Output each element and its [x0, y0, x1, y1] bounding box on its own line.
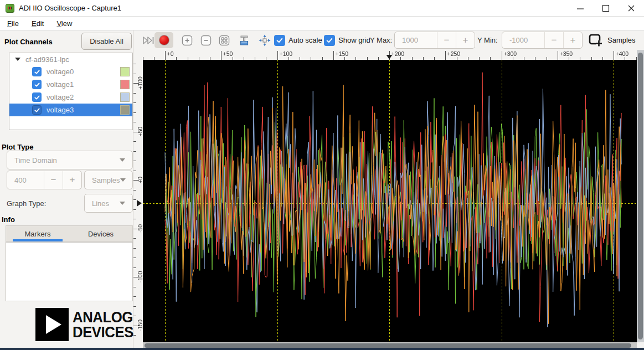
- zoom-out-icon: [200, 34, 212, 47]
- channel-color-swatch[interactable]: [120, 92, 130, 102]
- chevron-down-icon: [120, 178, 126, 182]
- maximize-button[interactable]: [593, 0, 619, 16]
- check-icon: [34, 94, 40, 101]
- plot-toolbar: Auto scale Show grid Y Max: 1000 − + Y M…: [133, 30, 644, 50]
- pan-button[interactable]: [255, 32, 274, 48]
- minimize-button[interactable]: [568, 0, 593, 16]
- channel-label: voltage1: [47, 80, 74, 89]
- channel-label: voltage0: [47, 68, 74, 76]
- sidebar: Plot Channels Disable All cf-ad9361-lpc …: [0, 30, 133, 350]
- y-max-spinner[interactable]: 1000 − +: [394, 32, 475, 49]
- close-icon: [627, 4, 635, 12]
- app-icon: [6, 4, 14, 13]
- menu-file[interactable]: File: [2, 18, 24, 29]
- check-icon: [34, 81, 40, 88]
- y-min-label: Y Min:: [477, 36, 498, 44]
- info-label: Info: [2, 215, 15, 224]
- minimize-icon: [576, 4, 584, 12]
- device-row[interactable]: cf-ad9361-lpc: [9, 53, 132, 65]
- active-tab-underline: [13, 239, 63, 241]
- ruler-corner: [133, 50, 143, 60]
- x-ruler[interactable]: [143, 50, 644, 60]
- channel-checkbox[interactable]: [32, 92, 42, 102]
- vertical-scrollbar[interactable]: [637, 50, 644, 342]
- app-window: ADI IIO Oscilloscope - Capture1 File Edi…: [0, 0, 644, 350]
- decrement-button[interactable]: −: [437, 32, 456, 48]
- window-title: ADI IIO Oscilloscope - Capture1: [19, 4, 121, 12]
- y-max-label: Y Max:: [370, 36, 392, 44]
- channel-tree[interactable]: cf-ad9361-lpc voltage0voltage1voltage2vo…: [9, 53, 133, 130]
- logo-line2: DEVICES: [73, 325, 133, 339]
- add-plot-icon: [588, 33, 603, 47]
- show-grid-checkbox[interactable]: [324, 35, 335, 46]
- menu-view[interactable]: View: [51, 18, 78, 29]
- increment-button[interactable]: +: [456, 32, 475, 48]
- channel-color-swatch[interactable]: [120, 67, 130, 76]
- channel-color-swatch[interactable]: [120, 80, 130, 89]
- channel-checkbox[interactable]: [32, 67, 42, 76]
- maximize-icon: [602, 4, 610, 12]
- y-min-spinner[interactable]: -1000 − +: [502, 32, 583, 49]
- increment-button[interactable]: +: [563, 32, 582, 48]
- channel-row-voltage1[interactable]: voltage1: [9, 78, 132, 91]
- markers-info-panel: [6, 242, 133, 301]
- channel-checkbox[interactable]: [32, 80, 42, 89]
- zoom-in-button[interactable]: [178, 32, 197, 48]
- record-icon: [159, 35, 169, 45]
- graph-type-label: Graph Type:: [7, 199, 46, 208]
- sample-count-value: 400: [14, 176, 44, 184]
- chevron-down-icon: [120, 158, 125, 162]
- plot-domain-value: Time Domain: [14, 156, 120, 164]
- auto-scale-checkbox[interactable]: [274, 35, 285, 46]
- channel-row-voltage0[interactable]: voltage0: [9, 65, 132, 78]
- plot-channels-label: Plot Channels: [4, 38, 53, 46]
- move-pan-icon: [258, 34, 271, 47]
- check-icon: [326, 37, 333, 44]
- channel-color-swatch[interactable]: [120, 105, 130, 115]
- plot-canvas[interactable]: [143, 60, 637, 342]
- title-bar: ADI IIO Oscilloscope - Capture1: [0, 0, 644, 17]
- sample-unit-value: Samples: [92, 176, 120, 184]
- increment-button[interactable]: +: [63, 171, 81, 189]
- menu-edit[interactable]: Edit: [26, 18, 49, 29]
- channel-label: voltage3: [47, 106, 74, 114]
- logo-line1: ANALOG: [73, 310, 133, 325]
- logo-triangle-icon: [46, 315, 61, 334]
- plot-type-label: Plot Type: [2, 143, 34, 151]
- close-button[interactable]: [619, 0, 644, 16]
- info-tabbar: Markers Devices: [6, 225, 133, 242]
- capture-device-button[interactable]: [235, 32, 254, 48]
- y-ruler[interactable]: [133, 60, 143, 342]
- channel-row-voltage3[interactable]: voltage3: [9, 104, 132, 116]
- check-icon: [34, 107, 40, 114]
- device-name: cf-ad9361-lpc: [25, 55, 69, 64]
- sample-count-spinner[interactable]: 400 − +: [7, 171, 82, 189]
- graph-type-combo[interactable]: Lines: [84, 194, 133, 213]
- channel-checkbox[interactable]: [32, 105, 42, 115]
- skip-end-icon: [142, 35, 154, 45]
- new-plot-button[interactable]: [586, 32, 605, 48]
- window-bottom-edge: [0, 348, 644, 350]
- capture-device-icon: [238, 34, 250, 47]
- sample-unit-combo[interactable]: Samples: [84, 171, 133, 189]
- plot-domain-combo[interactable]: Time Domain: [7, 151, 133, 169]
- chevron-down-icon: [120, 202, 125, 205]
- vertical-scrollbar-thumb[interactable]: [638, 53, 643, 339]
- decrement-button[interactable]: −: [544, 32, 563, 48]
- analog-devices-logo: ANALOG DEVICES: [35, 308, 138, 341]
- decrement-button[interactable]: −: [44, 171, 63, 189]
- zoom-fit-button[interactable]: [215, 32, 234, 48]
- check-icon: [276, 37, 284, 44]
- expander-icon[interactable]: [15, 58, 20, 61]
- channel-row-voltage2[interactable]: voltage2: [9, 91, 132, 104]
- tab-markers[interactable]: Markers: [6, 226, 69, 241]
- channel-label: voltage2: [47, 93, 74, 101]
- zoom-fit-icon: [218, 34, 230, 47]
- horizontal-scrollbar-thumb[interactable]: [145, 343, 631, 348]
- plot-area: [133, 50, 644, 350]
- disable-all-button[interactable]: Disable All: [81, 33, 132, 50]
- zoom-out-button[interactable]: [197, 32, 215, 48]
- capture-record-button[interactable]: [154, 32, 173, 48]
- tab-markers-label: Markers: [25, 230, 51, 238]
- tab-devices[interactable]: Devices: [69, 226, 132, 241]
